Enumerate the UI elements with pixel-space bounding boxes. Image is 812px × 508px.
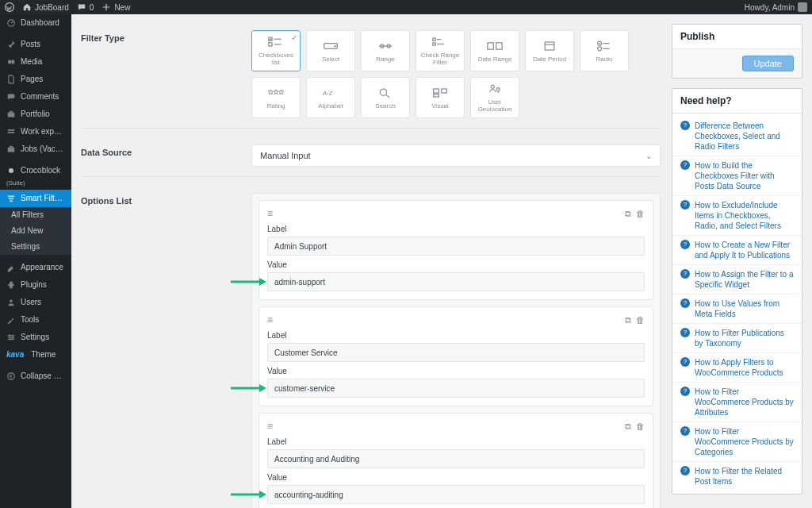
media-icon (6, 57, 16, 67)
filter-type-label: Visual (431, 103, 449, 110)
page-icon (6, 75, 16, 84)
delete-icon[interactable]: 🗑 (636, 315, 645, 325)
filter-type-label: Rating (266, 103, 285, 110)
value-input[interactable]: accounting-auditing (267, 485, 645, 504)
help-link-item: ?Difference Between Checkboxes, Select a… (672, 117, 802, 156)
help-link[interactable]: How to Filter the Related Post Items (695, 466, 794, 487)
svg-point-2 (8, 60, 12, 64)
svg-point-21 (8, 373, 14, 379)
filter-type-radio[interactable]: Radio (580, 30, 629, 71)
drag-handle-icon[interactable]: ≡ (267, 421, 273, 432)
sidebar-item-tools[interactable]: Tools (0, 311, 71, 329)
delete-icon[interactable]: 🗑 (636, 421, 645, 432)
drag-handle-icon[interactable]: ≡ (267, 314, 273, 325)
value-input[interactable]: admin-support (267, 272, 645, 291)
wp-logo[interactable] (5, 2, 14, 12)
sidebar-item-appearance[interactable]: Appearance (0, 259, 71, 276)
help-link[interactable]: How to Use Values from Meta Fields (695, 298, 794, 319)
help-link[interactable]: How to Filter WooCommerce Products by Ca… (695, 426, 794, 457)
settings-icon (6, 333, 16, 342)
filter-type-select[interactable]: Select (306, 30, 355, 71)
svg-rect-48 (434, 94, 439, 96)
help-panel: Need help? ?Difference Between Checkboxe… (672, 88, 802, 495)
sidebar-item-crocoblock[interactable]: Crocoblock (0, 162, 71, 179)
help-link[interactable]: How to Build the Checkboxes Filter with … (695, 160, 794, 191)
help-link[interactable]: How to Filter Publications by Taxonomy (695, 328, 794, 348)
comments-link[interactable]: 0 (77, 2, 94, 12)
sidebar-item-users[interactable]: Users (0, 294, 71, 311)
filter-type-checkboxes[interactable]: ✓Checkboxes list (251, 30, 301, 71)
svg-point-41 (598, 46, 602, 50)
svg-point-49 (491, 85, 494, 88)
help-link[interactable]: How to Filter WooCommerce Products by At… (695, 387, 794, 418)
label-input[interactable]: Accounting and Auditing (267, 449, 645, 468)
drag-handle-icon[interactable]: ≡ (267, 208, 273, 219)
filter-type-date-range[interactable]: Date Range (470, 30, 519, 71)
svg-rect-9 (10, 146, 13, 148)
delete-icon[interactable]: 🗑 (636, 209, 645, 219)
filter-type-user-geo[interactable]: User Geolocation (470, 77, 519, 118)
my-account[interactable]: Howdy, Admin (745, 2, 807, 12)
label-input[interactable]: Customer Service (267, 343, 645, 362)
sidebar-item-pages[interactable]: Pages (0, 71, 71, 88)
help-link[interactable]: How to Assign the Filter to a Specific W… (695, 269, 794, 290)
filter-type-date-period[interactable]: Date Period (525, 30, 574, 71)
filter-type-search[interactable]: Search (361, 77, 410, 118)
checkboxes-icon (268, 35, 284, 49)
data-source-select[interactable]: Manual Input ⌄ (251, 144, 661, 167)
wordpress-icon (5, 2, 14, 12)
sidebar-subitem-all-filters[interactable]: All Filters (0, 207, 71, 223)
site-name-link[interactable]: JobBoard (22, 2, 69, 12)
range-icon (377, 39, 393, 53)
svg-rect-7 (8, 132, 14, 133)
duplicate-icon[interactable]: ⧉ (625, 315, 631, 325)
sidebar-item-comments[interactable]: Comments (0, 88, 71, 106)
sidebar-item-kava-theme[interactable]: kavaTheme (0, 346, 71, 364)
help-question-icon: ? (680, 269, 690, 279)
help-link[interactable]: How to Exclude/Include Items in Checkbox… (695, 200, 794, 231)
sidebar-item-media[interactable]: Media (0, 53, 71, 71)
filter-type-label: Date Period (533, 56, 566, 64)
help-question-icon: ? (680, 426, 690, 436)
update-button[interactable]: Update (742, 56, 794, 71)
help-link-item: ?How to Filter the Related Post Items (672, 462, 802, 491)
sidebar-item-work-experience[interactable]: Work experience (0, 123, 71, 140)
comments-icon (6, 92, 16, 102)
help-link[interactable]: Difference Between Checkboxes, Select an… (695, 121, 794, 152)
new-content-link[interactable]: New (102, 2, 130, 12)
publish-panel-title: Publish (672, 25, 802, 48)
date-range-icon (487, 39, 503, 53)
sidebar-item-smart-filters[interactable]: Smart Filters (0, 190, 71, 207)
help-link[interactable]: How to Apply Filters to WooCommerce Prod… (695, 357, 794, 378)
smart-filters-icon (6, 194, 16, 203)
help-link[interactable]: How to Create a New Filter and Apply It … (695, 240, 794, 260)
svg-rect-47 (442, 89, 447, 93)
collapse-icon (6, 371, 16, 381)
svg-rect-34 (488, 42, 494, 48)
sidebar-item-portfolio[interactable]: Portfolio (0, 106, 71, 123)
label-input[interactable]: Admin Support (267, 237, 645, 256)
filter-type-rating[interactable]: Rating (251, 77, 301, 118)
sidebar-item-posts[interactable]: Posts (0, 36, 71, 53)
value-input[interactable]: customer-service (267, 379, 645, 398)
collapse-menu[interactable]: Collapse menu (0, 368, 71, 385)
filter-type-label: Checkboxes list (255, 52, 297, 67)
svg-rect-11 (8, 195, 14, 197)
duplicate-icon[interactable]: ⧉ (625, 209, 631, 219)
filter-type-check-range[interactable]: Check Range Filter (416, 30, 465, 71)
annotation-arrow (229, 489, 267, 500)
sidebar-subitem-add-new[interactable]: Add New (0, 223, 71, 239)
svg-rect-35 (496, 42, 503, 48)
sidebar-item-dashboard[interactable]: Dashboard (0, 14, 71, 32)
filter-type-range[interactable]: Range (361, 30, 410, 71)
sidebar-item-plugins[interactable]: Plugins (0, 276, 71, 294)
sidebar-subitem-settings[interactable]: Settings (0, 239, 71, 255)
sidebar-item-settings[interactable]: Settings (0, 329, 71, 346)
option-card: ≡⧉🗑LabelCustomer ServiceValuecustomer-se… (259, 306, 653, 406)
comment-icon (77, 2, 86, 12)
sidebar-item-jobs[interactable]: Jobs (Vacancies) (0, 140, 71, 158)
filter-type-visual[interactable]: Visual (416, 77, 465, 118)
help-link-item: ?How to Filter WooCommerce Products by A… (672, 383, 802, 422)
duplicate-icon[interactable]: ⧉ (625, 421, 631, 432)
filter-type-alphabet[interactable]: A·ZAlphabet (306, 77, 355, 118)
